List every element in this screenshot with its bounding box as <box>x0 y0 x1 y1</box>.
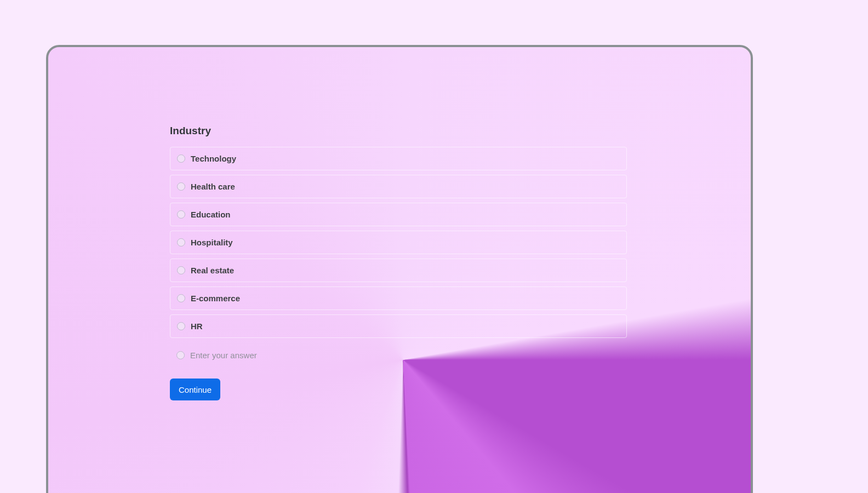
radio-option-real-estate[interactable]: Real estate <box>170 259 627 282</box>
radio-group: Technology Health care Education Hospita… <box>170 147 627 366</box>
form-title: Industry <box>170 125 627 137</box>
radio-label: E-commerce <box>191 294 240 303</box>
radio-icon <box>177 154 185 163</box>
radio-option-other[interactable] <box>170 343 627 366</box>
form-content: Industry Technology Health care Educatio… <box>170 125 627 400</box>
radio-icon <box>177 322 185 330</box>
radio-label: Real estate <box>191 266 234 275</box>
radio-icon <box>177 210 185 219</box>
form-frame: Industry Technology Health care Educatio… <box>46 45 753 493</box>
radio-option-hospitality[interactable]: Hospitality <box>170 231 627 254</box>
radio-option-health-care[interactable]: Health care <box>170 175 627 198</box>
radio-icon <box>176 351 185 359</box>
radio-label: Technology <box>191 154 236 163</box>
radio-option-technology[interactable]: Technology <box>170 147 627 170</box>
continue-button[interactable]: Continue <box>170 379 220 400</box>
radio-icon <box>177 294 185 302</box>
radio-option-hr[interactable]: HR <box>170 314 627 338</box>
radio-option-education[interactable]: Education <box>170 203 627 226</box>
radio-icon <box>177 182 185 191</box>
radio-label: Hospitality <box>191 238 233 247</box>
radio-label: Education <box>191 210 231 219</box>
radio-label: Health care <box>191 182 235 191</box>
radio-option-ecommerce[interactable]: E-commerce <box>170 286 627 310</box>
radio-icon <box>177 266 185 274</box>
radio-icon <box>177 238 185 246</box>
radio-label: HR <box>191 322 203 331</box>
other-answer-input[interactable] <box>190 351 620 360</box>
